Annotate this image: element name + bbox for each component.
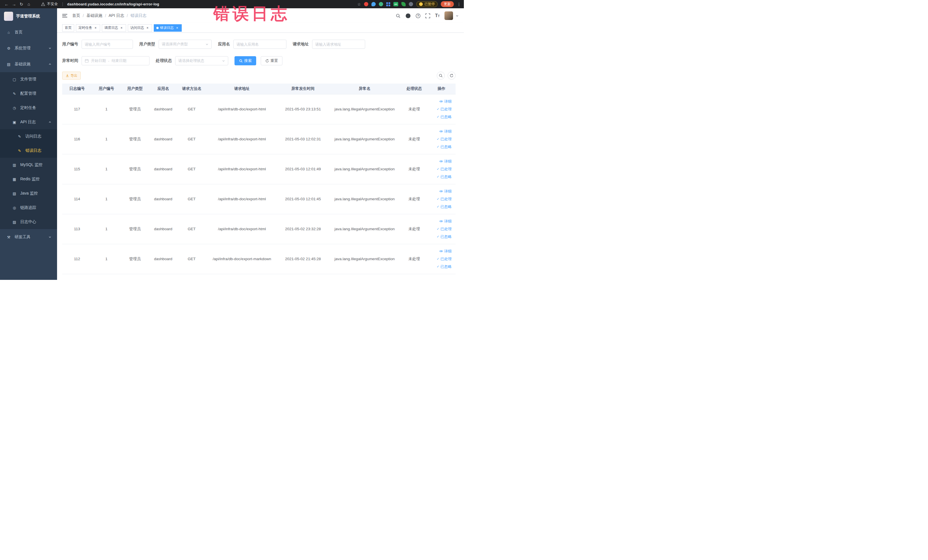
check-icon: ✓ [437, 143, 439, 151]
trace-icon: ◎ [12, 206, 17, 210]
app-name-input[interactable] [234, 40, 286, 49]
column-header-method: 请求方法名 [177, 84, 206, 94]
sidebar-item-file-management[interactable]: ▢ 文件管理 [0, 72, 57, 87]
tab-access-log[interactable]: 访问日志 × [128, 24, 152, 32]
sidebar-item-java-monitor[interactable]: ▧ Java 监控 [0, 186, 57, 201]
sidebar-item-system-management[interactable]: ⚙ 系统管理 [0, 40, 57, 56]
browser-forward-icon[interactable]: → [10, 2, 18, 6]
sidebar-item-access-log[interactable]: ✎ 访问日志 [0, 129, 57, 143]
refresh-icon [450, 73, 453, 78]
detail-link[interactable]: 详细 [429, 188, 452, 195]
process-link[interactable]: ✓已处理 [429, 105, 452, 113]
tab-home[interactable]: 首页 [62, 24, 74, 32]
cell-user-type: 管理员 [121, 244, 149, 274]
close-icon[interactable]: × [93, 26, 98, 30]
detail-link[interactable]: 详细 [429, 157, 452, 165]
browser-update-button[interactable]: 更新 [441, 1, 454, 7]
breadcrumb-home[interactable]: 首页 [72, 13, 80, 18]
drop-extension-icon[interactable] [371, 2, 376, 6]
sidebar-item-redis-monitor[interactable]: ▦ Redis 监控 [0, 172, 57, 186]
browser-chrome: ← → ↻ ⌂ 不安全 dashboard.yudao.iocoder.cn/i… [0, 0, 464, 8]
detail-link[interactable]: 详细 [429, 217, 452, 225]
ignore-link[interactable]: ✓已忽略 [429, 263, 452, 270]
sidebar-item-link-tracing[interactable]: ◎ 链路追踪 [0, 201, 57, 215]
ignore-link[interactable]: ✓已忽略 [429, 233, 452, 241]
search-button[interactable]: 搜索 [235, 56, 256, 65]
ignore-link[interactable]: ✓已忽略 [429, 113, 452, 121]
user-id-input[interactable] [82, 40, 133, 49]
redis-icon: ▦ [12, 177, 17, 182]
sidebar-collapse-icon[interactable] [62, 14, 67, 17]
ignore-link[interactable]: ✓已忽略 [429, 173, 452, 181]
process-link[interactable]: ✓已处理 [429, 225, 452, 233]
process-link[interactable]: ✓已处理 [429, 165, 452, 173]
close-icon[interactable]: × [175, 26, 179, 30]
cell-exception-time: 2021-05-03 12:01:45 [278, 184, 328, 214]
sidebar-item-mysql-monitor[interactable]: ▥ MySQL 监控 [0, 158, 57, 172]
chevron-down-icon[interactable] [456, 14, 459, 17]
active-dot [156, 27, 159, 29]
app-logo[interactable]: 芋道管理系统 [0, 8, 57, 24]
table-row: 117 1 管理员 dashboard GET /api/infra/db-do… [62, 94, 456, 124]
tab-schedule-log[interactable]: 调度日志 × [102, 24, 126, 32]
exception-time-range-picker[interactable]: 开始日期 - 结束日期 [82, 56, 150, 65]
paw-extension-icon[interactable] [409, 2, 413, 6]
sidebar-item-api-logs[interactable]: ▣ API 日志 [0, 115, 57, 129]
home-icon: ⌂ [6, 30, 11, 35]
process-link[interactable]: ✓已处理 [429, 255, 452, 263]
leaf-extension-icon[interactable] [401, 2, 406, 6]
help-icon[interactable]: ? [416, 14, 420, 18]
reset-button[interactable]: 重置 [261, 56, 282, 65]
bookmark-star-icon[interactable]: ☆ [357, 2, 361, 6]
process-link[interactable]: ✓已处理 [429, 195, 452, 203]
on-badge-extension-icon[interactable]: on [394, 2, 398, 6]
grid-extension-icon[interactable] [386, 2, 390, 6]
column-header-log-id: 日志编号 [62, 84, 92, 94]
ignore-link[interactable]: ✓已忽略 [429, 203, 452, 211]
search-icon[interactable] [396, 14, 400, 18]
menu-label: Redis 监控 [20, 177, 40, 182]
user-type-select[interactable]: 请选择用户类型 [159, 40, 212, 49]
column-header-app-name: 应用名 [149, 84, 177, 94]
sidebar-item-error-log[interactable]: ✎ 错误日志 [0, 143, 57, 158]
github-icon[interactable] [405, 13, 411, 18]
sidebar-item-dev-tools[interactable]: ⚒ 研发工具 [0, 229, 57, 245]
process-status-select[interactable]: 请选择处理状态 [175, 56, 228, 65]
process-link[interactable]: ✓已处理 [429, 135, 452, 143]
font-size-icon[interactable]: TT [435, 13, 440, 18]
close-icon[interactable]: × [145, 26, 150, 30]
tab-scheduled-jobs[interactable]: 定时任务 × [76, 24, 100, 32]
profile-paused-button[interactable]: 已暂停 [416, 1, 438, 7]
browser-menu-icon[interactable]: ⋮ [457, 2, 461, 6]
red-extension-icon[interactable] [364, 2, 368, 6]
ignore-link[interactable]: ✓已忽略 [429, 143, 452, 151]
sidebar-item-infrastructure[interactable]: ▤ 基础设施 [0, 56, 57, 72]
browser-reload-icon[interactable]: ↻ [18, 2, 25, 7]
cell-exception-name: java.lang.IllegalArgumentException [328, 94, 401, 124]
filter-process-status: 处理状态 请选择处理状态 [156, 56, 228, 65]
sidebar-item-home[interactable]: ⌂ 首页 [0, 24, 57, 40]
tab-error-log[interactable]: 错误日志 × [154, 24, 182, 32]
column-header-user-id: 用户编号 [92, 84, 121, 94]
request-url-input[interactable] [312, 40, 365, 49]
vue-devtools-extension-icon[interactable] [379, 2, 383, 6]
browser-back-icon[interactable]: ← [3, 2, 10, 6]
avatar[interactable] [444, 11, 453, 20]
close-icon[interactable]: × [119, 26, 124, 30]
sidebar-item-log-center[interactable]: ▨ 日志中心 [0, 215, 57, 229]
toggle-search-button[interactable] [437, 72, 445, 79]
detail-link[interactable]: 详细 [429, 247, 452, 255]
browser-home-icon[interactable]: ⌂ [25, 2, 32, 6]
export-button[interactable]: 导出 [62, 72, 81, 79]
address-bar[interactable]: 不安全 dashboard.yudao.iocoder.cn/infra/log… [41, 2, 159, 6]
fullscreen-icon[interactable] [425, 14, 430, 18]
svg-text:?: ? [417, 14, 419, 17]
detail-link[interactable]: 详细 [429, 98, 452, 105]
breadcrumb-infrastructure[interactable]: 基础设施 [87, 13, 102, 18]
sidebar-item-config-management[interactable]: ✎ 配置管理 [0, 87, 57, 101]
sidebar-item-scheduled-jobs[interactable]: ◷ 定时任务 [0, 101, 57, 115]
detail-link[interactable]: 详细 [429, 128, 452, 135]
refresh-button[interactable] [447, 72, 456, 79]
cell-user-type: 管理员 [121, 94, 149, 124]
breadcrumb-api-logs[interactable]: API 日志 [109, 13, 124, 18]
